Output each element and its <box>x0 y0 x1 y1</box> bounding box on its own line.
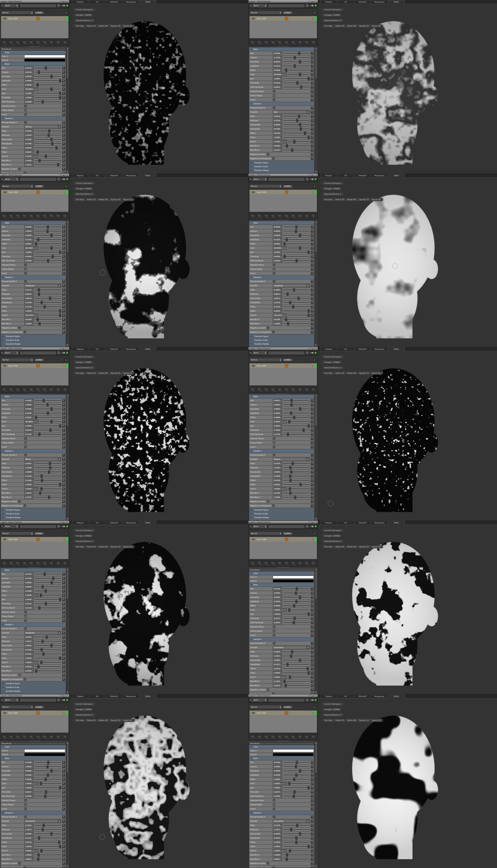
collapsed-section[interactable]: ▶Transform Rotate <box>1 516 66 519</box>
slider-handle[interactable] <box>295 836 297 840</box>
scroll-thumb[interactable] <box>67 224 69 252</box>
param-value[interactable]: 0.6780 <box>24 142 33 145</box>
scroll-thumb[interactable] <box>67 571 69 599</box>
param-value[interactable]: 0.3904 <box>24 795 33 798</box>
reset-button[interactable]: R <box>311 115 314 118</box>
section-header[interactable]: ▼Handle A <box>249 276 314 279</box>
reset-button[interactable]: R <box>62 786 65 789</box>
viewport-3d[interactable]: ProjectsUVOrtho/UVPerspectiveOrthoCurren… <box>69 521 248 694</box>
tab-perspective[interactable]: Perspective <box>122 347 140 351</box>
param-value[interactable]: 0.8822 <box>24 858 33 861</box>
slider-handle[interactable] <box>39 606 40 609</box>
slider-handle[interactable] <box>295 225 297 229</box>
collapsed-section[interactable]: ▶Transform Space <box>1 681 66 685</box>
panel-titlebar[interactable]: Layers - Quick Channel↺?▲□✕ <box>0 0 69 3</box>
section-header[interactable]: ▼Color <box>1 51 66 54</box>
param-slider[interactable] <box>34 824 61 827</box>
scroll-down-icon[interactable]: ▼ <box>66 865 69 867</box>
param-value[interactable]: 0.3729 <box>24 305 33 308</box>
reset-button[interactable]: R <box>311 654 314 657</box>
blend-mode-dropdown[interactable]: Normal▼ <box>250 185 282 188</box>
collapsed-section[interactable]: ▶Transform Scale <box>249 512 314 516</box>
layer-row[interactable]: Multi FBM <box>250 710 317 715</box>
slider-handle[interactable] <box>43 399 45 402</box>
param-slider[interactable] <box>283 470 310 474</box>
param-slider[interactable] <box>34 92 61 95</box>
slider-handle[interactable] <box>58 841 60 844</box>
slider-handle[interactable] <box>47 259 49 262</box>
filter-toggle[interactable] <box>310 699 314 701</box>
param-value[interactable]: 0.4068 <box>273 778 282 781</box>
filter-toggle[interactable] <box>310 178 314 180</box>
reset-button[interactable]: R <box>311 815 314 819</box>
reset-button[interactable]: R <box>62 581 65 584</box>
duplicate-layer-button[interactable] <box>15 40 20 45</box>
param-slider[interactable] <box>34 138 61 141</box>
param-value[interactable]: 0.1271 <box>24 288 33 291</box>
reset-button[interactable]: R <box>62 607 65 609</box>
param-slider[interactable] <box>34 836 61 840</box>
param-slider[interactable] <box>283 288 310 291</box>
flatten-layer-button[interactable] <box>49 388 54 392</box>
tab-ortho[interactable]: Ortho <box>388 174 405 178</box>
slider-handle[interactable] <box>42 100 44 103</box>
reset-button[interactable]: R <box>311 90 314 93</box>
add-group-button[interactable] <box>42 388 47 392</box>
reset-button[interactable]: R <box>311 466 314 469</box>
slider-handle[interactable] <box>42 585 44 588</box>
slider-handle[interactable] <box>52 577 54 580</box>
param-slider[interactable] <box>283 225 310 229</box>
reset-button[interactable]: R <box>311 462 314 465</box>
param-value[interactable]: 1.0000 <box>24 782 39 785</box>
reset-button[interactable]: R <box>311 52 314 55</box>
reset-button[interactable]: R <box>62 75 65 78</box>
reset-button[interactable]: R <box>62 778 65 781</box>
reset-button[interactable]: R <box>62 288 65 291</box>
slider-handle[interactable] <box>47 411 49 415</box>
slider-handle[interactable] <box>289 676 291 679</box>
duplicate-layer-button[interactable] <box>264 735 269 739</box>
reset-button[interactable]: R <box>311 458 314 461</box>
scroll-up-icon[interactable]: ▲ <box>66 47 69 50</box>
tab-ortho[interactable]: Ortho <box>139 174 156 178</box>
slider-handle[interactable] <box>300 127 302 131</box>
checkbox[interactable] <box>24 627 27 630</box>
color-swatch[interactable] <box>273 580 314 582</box>
filter-toggle[interactable] <box>61 352 66 354</box>
reset-button[interactable]: R <box>311 234 314 237</box>
slider-handle[interactable] <box>51 832 53 835</box>
reset-button[interactable]: R <box>311 650 314 653</box>
tab-perspective[interactable]: Perspective <box>371 694 388 698</box>
reset-button[interactable]: R <box>311 305 314 308</box>
dock-icon[interactable]: ▲ <box>312 347 313 350</box>
slider-handle[interactable] <box>40 849 42 852</box>
param-slider[interactable] <box>283 234 310 237</box>
collapsed-section[interactable]: ▶Transform Rotate <box>249 168 314 172</box>
reset-button[interactable]: R <box>311 625 314 628</box>
slider-handle[interactable] <box>38 71 40 74</box>
param-value[interactable]: 0.5339 <box>273 824 282 827</box>
param-slider[interactable] <box>283 318 310 321</box>
slider-handle[interactable] <box>49 429 52 432</box>
checkbox[interactable]: ✓ <box>273 442 275 444</box>
param-value[interactable]: 0.5847 <box>24 462 33 465</box>
merge-layers-button[interactable] <box>277 214 282 219</box>
reset-button[interactable]: R <box>62 407 65 410</box>
reset-button[interactable]: R <box>311 322 314 325</box>
add-paint-layer-button[interactable] <box>2 561 7 566</box>
param-value[interactable]: 3.5938 <box>273 496 282 499</box>
param-slider[interactable] <box>283 251 310 254</box>
param-slider[interactable] <box>283 301 310 304</box>
slider-handle[interactable] <box>48 129 50 133</box>
reset-button[interactable]: R <box>311 608 314 611</box>
slider-handle[interactable] <box>295 230 297 233</box>
reset-button[interactable]: R <box>311 424 314 428</box>
param-value[interactable]: 1.0000 <box>24 786 33 789</box>
param-value[interactable]: 0.5000 <box>273 773 282 777</box>
reset-button[interactable]: R <box>62 226 65 229</box>
reset-button[interactable]: R <box>62 828 65 831</box>
slider-handle[interactable] <box>289 475 291 478</box>
param-slider[interactable] <box>283 148 310 152</box>
param-value[interactable]: 0.7966 <box>273 429 282 432</box>
reset-button[interactable]: R <box>62 483 65 486</box>
